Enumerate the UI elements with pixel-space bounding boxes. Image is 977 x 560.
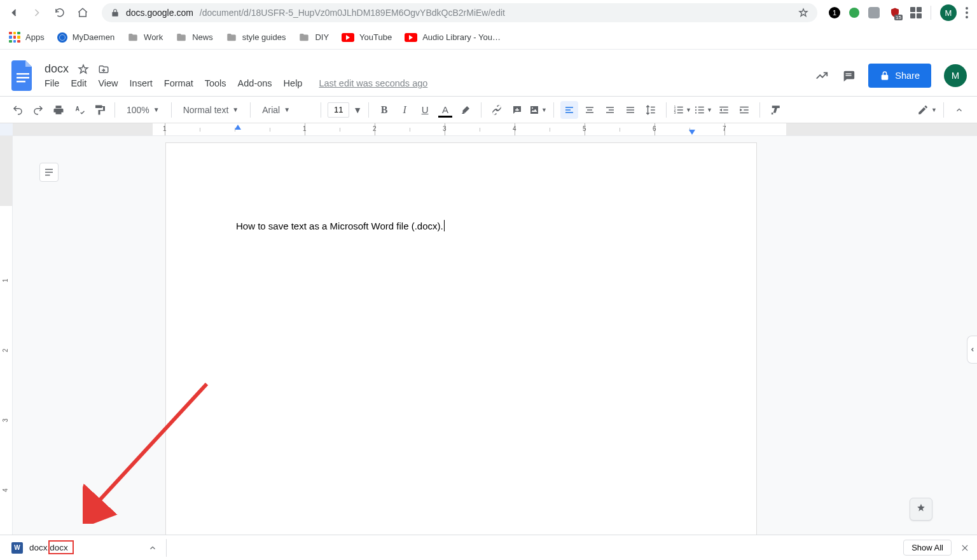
paragraph-style-select[interactable]: Normal text▼	[178, 101, 244, 119]
bookmark-style-guides[interactable]: style guides	[226, 32, 286, 43]
globe-icon	[57, 32, 67, 43]
side-panel-toggle[interactable]	[967, 336, 977, 364]
paint-format-button[interactable]	[90, 101, 108, 119]
comments-icon[interactable]	[842, 69, 856, 83]
show-all-downloads-button[interactable]: Show All	[903, 540, 952, 556]
bookmark-diy[interactable]: DIY	[298, 32, 329, 43]
insert-link-button[interactable]	[488, 101, 506, 119]
formatting-toolbar: 100%▼ Normal text▼ Arial▼ ▼ B I U A ▼ 12…	[0, 97, 977, 123]
menu-addons[interactable]: Add-ons	[238, 78, 272, 88]
bookmark-news[interactable]: News	[176, 32, 213, 43]
text-color-button[interactable]: A	[436, 101, 454, 119]
activity-icon[interactable]	[815, 69, 829, 83]
line-spacing-button[interactable]	[642, 101, 660, 119]
forward-button[interactable]	[29, 5, 45, 20]
bookmark-youtube[interactable]: YouTube	[342, 32, 392, 42]
home-button[interactable]	[75, 5, 90, 20]
align-left-button[interactable]	[560, 101, 578, 119]
menu-file[interactable]: File	[45, 78, 59, 88]
document-outline-button[interactable]	[39, 163, 59, 182]
share-button[interactable]: Share	[868, 64, 931, 88]
bookmark-label: News	[192, 32, 213, 42]
font-size-control[interactable]: ▼	[328, 102, 362, 118]
menu-insert[interactable]: Insert	[130, 78, 153, 88]
numbered-list-button[interactable]: 123▼	[673, 101, 691, 119]
align-justify-button[interactable]	[621, 101, 639, 119]
zoom-select[interactable]: 100%▼	[121, 101, 165, 119]
apps-shortcut[interactable]: Apps	[9, 32, 45, 43]
document-title[interactable]: docx	[45, 62, 69, 76]
clear-formatting-button[interactable]	[766, 101, 784, 119]
menu-view[interactable]: View	[98, 78, 118, 88]
align-right-button[interactable]	[601, 101, 619, 119]
vruler-number: 1	[2, 278, 9, 282]
redo-button[interactable]	[29, 101, 47, 119]
folder-icon	[226, 32, 237, 43]
close-shelf-button[interactable]	[960, 543, 969, 552]
bookmark-work[interactable]: Work	[127, 32, 163, 43]
menu-edit[interactable]: Edit	[71, 78, 87, 88]
ublock-icon[interactable]: 15	[889, 6, 901, 19]
download-item[interactable]: W docx.docx	[8, 538, 72, 557]
ruler-number: 7	[723, 125, 726, 132]
url-host: docs.google.com	[126, 8, 193, 18]
highlight-button[interactable]	[457, 101, 475, 119]
indent-marker-right[interactable]	[689, 130, 695, 135]
bookmark-label: style guides	[242, 32, 286, 42]
indent-marker-left[interactable]	[235, 125, 241, 130]
chrome-menu-icon[interactable]	[966, 7, 968, 18]
bulleted-list-button[interactable]: ▼	[694, 101, 712, 119]
insert-image-button[interactable]: ▼	[529, 101, 547, 119]
increase-indent-button[interactable]	[735, 101, 753, 119]
menu-tools[interactable]: Tools	[205, 78, 226, 88]
document-text: How to save text as a Microsoft Word fil…	[236, 221, 443, 231]
document-body[interactable]: How to save text as a Microsoft Word fil…	[236, 219, 445, 234]
reload-button[interactable]	[52, 5, 67, 20]
menu-format[interactable]: Format	[164, 78, 193, 88]
back-button[interactable]	[6, 5, 22, 20]
docs-logo-icon[interactable]	[10, 59, 36, 92]
star-document-icon[interactable]	[78, 64, 89, 75]
document-page[interactable]: How to save text as a Microsoft Word fil…	[165, 142, 757, 560]
youtube-icon	[405, 33, 417, 42]
svg-rect-3	[846, 73, 852, 74]
extension-green-icon[interactable]	[849, 8, 859, 18]
align-center-button[interactable]	[581, 101, 599, 119]
spellcheck-button[interactable]	[70, 101, 88, 119]
underline-button[interactable]: U	[416, 101, 434, 119]
separator	[114, 102, 115, 118]
menu-bar: File Edit View Insert Format Tools Add-o…	[45, 78, 427, 88]
chevron-down-icon[interactable]: ▼	[353, 105, 362, 115]
bold-button[interactable]: B	[375, 101, 393, 119]
print-button[interactable]	[50, 101, 67, 119]
bookmark-audio-library[interactable]: Audio Library - You…	[405, 32, 501, 42]
last-edit-status[interactable]: Last edit was seconds ago	[319, 78, 427, 88]
account-avatar[interactable]: M	[944, 64, 967, 87]
decrease-indent-button[interactable]	[715, 101, 733, 119]
extension-badge-1[interactable]: 1	[829, 7, 840, 18]
editing-mode-button[interactable]: ▼	[917, 101, 937, 119]
undo-button[interactable]	[9, 101, 27, 119]
youtube-icon	[342, 33, 354, 42]
extension-gray-icon[interactable]	[868, 7, 880, 18]
canvas-scroll[interactable]: How to save text as a Microsoft Word fil…	[13, 136, 977, 535]
bookmark-mydaemen[interactable]: MyDaemen	[57, 32, 114, 43]
move-document-icon[interactable]	[98, 64, 109, 75]
font-family-select[interactable]: Arial▼	[257, 101, 314, 119]
extensions-puzzle-icon[interactable]	[910, 7, 922, 18]
bookmark-star-icon[interactable]	[798, 8, 808, 18]
download-item-menu[interactable]	[148, 543, 157, 552]
profile-avatar[interactable]: M	[940, 4, 957, 21]
vertical-ruler[interactable]: 1 2 3 4	[0, 136, 13, 535]
menu-help[interactable]: Help	[284, 78, 303, 88]
insert-comment-button[interactable]	[508, 101, 526, 119]
svg-rect-0	[17, 73, 29, 75]
italic-button[interactable]: I	[396, 101, 413, 119]
ruler-number: 6	[653, 125, 656, 132]
font-size-input[interactable]	[328, 102, 349, 118]
collapse-toolbar-button[interactable]	[950, 101, 968, 119]
horizontal-ruler[interactable]: 1 1 2 3 4 5 6 7	[0, 123, 977, 136]
explore-button[interactable]	[910, 498, 932, 521]
address-bar[interactable]: docs.google.com/document/d/18USFR-5_HupV…	[102, 3, 817, 22]
zoom-value: 100%	[127, 105, 149, 115]
